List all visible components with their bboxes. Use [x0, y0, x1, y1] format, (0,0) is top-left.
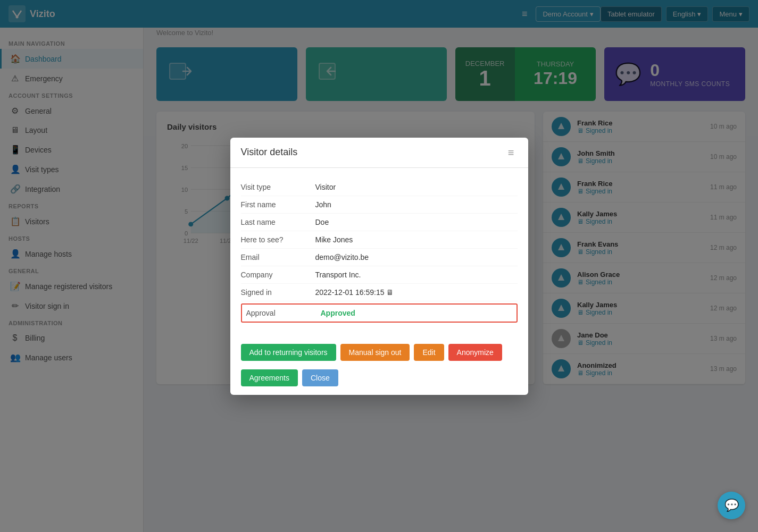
modal-body: Visit type Visitor First name John Last … [230, 168, 528, 335]
detail-label: Email [241, 253, 315, 261]
approval-value: Approved [321, 309, 512, 317]
close-button[interactable]: Close [302, 369, 338, 386]
detail-row-approval: Approval Approved [241, 303, 518, 323]
detail-row-company: Company Transport Inc. [241, 266, 518, 284]
detail-value: demo@vizito.be [315, 253, 518, 261]
detail-value: 2022-12-01 16:59:15 🖥 [315, 288, 518, 297]
detail-label: First name [241, 200, 315, 209]
detail-value: Transport Inc. [315, 271, 518, 279]
detail-row-email: Email demo@vizito.be [241, 249, 518, 266]
manual-sign-out-button[interactable]: Manual sign out [340, 344, 410, 361]
anonymize-button[interactable]: Anonymize [448, 344, 502, 361]
detail-row-visit-type: Visit type Visitor [241, 179, 518, 196]
detail-row-first-name: First name John [241, 196, 518, 214]
modal-actions-row1: Add to returning visitors Manual sign ou… [230, 335, 528, 365]
modal-close-button[interactable]: ≡ [505, 146, 518, 159]
detail-label: Approval [246, 309, 321, 317]
visitor-details-modal: Visitor details ≡ Visit type Visitor Fir… [230, 138, 528, 395]
detail-label: Visit type [241, 183, 315, 191]
detail-value: Visitor [315, 183, 518, 191]
modal-actions-row2: Agreements Close [230, 365, 528, 395]
detail-label: Signed in [241, 288, 315, 297]
add-to-returning-visitors-button[interactable]: Add to returning visitors [241, 344, 336, 361]
agreements-button[interactable]: Agreements [241, 369, 298, 386]
detail-row-here-to-see: Here to see? Mike Jones [241, 231, 518, 249]
edit-button[interactable]: Edit [414, 344, 444, 361]
detail-label: Company [241, 271, 315, 279]
detail-row-signed-in: Signed in 2022-12-01 16:59:15 🖥 [241, 284, 518, 301]
detail-value: John [315, 200, 518, 209]
modal-title: Visitor details [241, 147, 298, 158]
detail-label: Last name [241, 218, 315, 226]
detail-value: Doe [315, 218, 518, 226]
detail-row-last-name: Last name Doe [241, 214, 518, 231]
modal-overlay[interactable]: Visitor details ≡ Visit type Visitor Fir… [0, 0, 758, 397]
detail-value: Mike Jones [315, 235, 518, 244]
modal-header: Visitor details ≡ [230, 138, 528, 168]
detail-label: Here to see? [241, 235, 315, 244]
